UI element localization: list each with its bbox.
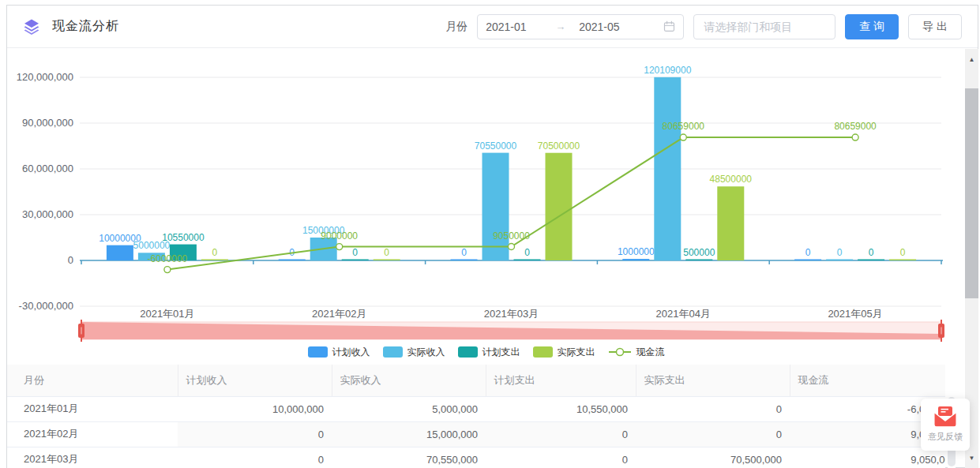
legend-label: 计划支出 [482, 346, 520, 359]
date-end-value[interactable]: 2021-05 [579, 21, 663, 33]
line-point-marker[interactable] [336, 244, 343, 250]
bar-实际支出[interactable] [546, 153, 573, 260]
bar-value-label: 0 [461, 247, 467, 258]
table-cell: 10,550,000 [486, 396, 636, 421]
bar-计划支出[interactable] [514, 260, 541, 261]
table-cell: 15,000,000 [332, 421, 486, 447]
feedback-envelope-icon [933, 406, 957, 428]
bar-计划支出[interactable] [685, 260, 712, 261]
bar-value-label: 500000 [683, 247, 715, 258]
bar-value-label: 0 [384, 247, 389, 258]
bar-计划收入[interactable] [622, 259, 649, 260]
bar-value-label: 70500000 [538, 140, 580, 152]
date-range-arrow: → [555, 21, 579, 32]
cashflow-chart[interactable]: 120,000,00090,000,00060,000,00030,000,00… [7, 49, 965, 343]
bar-实际支出[interactable] [374, 260, 400, 261]
line-value-label: 9000000 [321, 230, 358, 241]
export-button[interactable]: 导 出 [908, 14, 962, 39]
legend-item-计划收入[interactable]: 计划收入 [308, 346, 370, 359]
cashflow-table: 月份计划收入实际收入计划支出实际支出现金流 2021年01月10,000,000… [7, 365, 945, 468]
bar-实际收入[interactable] [482, 153, 509, 260]
legend-item-实际支出[interactable]: 实际支出 [533, 346, 595, 359]
column-header: 月份 [7, 365, 178, 396]
y-axis-tick-label: -30,000,000 [19, 300, 73, 312]
line-point-marker[interactable] [852, 134, 858, 140]
toolbar-controls: 月份 2021-01 → 2021-05 查 询 导 出 [445, 14, 962, 39]
scroll-up-arrow-icon[interactable]: ▲ [965, 49, 978, 69]
calendar-icon[interactable] [663, 21, 675, 32]
x-axis-category-label: 2021年01月 [140, 308, 194, 320]
scroll-down-arrow-icon[interactable]: ▼ [965, 447, 978, 468]
table-cell: 2021年02月 [7, 421, 178, 447]
bar-value-label: 70550000 [475, 140, 517, 152]
topbar: 现金流分析 月份 2021-01 → 2021-05 查 询 导 出 [7, 6, 978, 48]
bar-实际支出[interactable] [889, 260, 916, 261]
legend-item-计划支出[interactable]: 计划支出 [458, 346, 520, 359]
x-axis-category-label: 2021年05月 [828, 308, 882, 320]
bar-计划收入[interactable] [279, 260, 306, 261]
line-value-label: 9050000 [493, 230, 530, 241]
date-start-value[interactable]: 2021-01 [486, 21, 555, 33]
line-value-label: 80659000 [834, 121, 877, 132]
legend-label: 实际收入 [407, 346, 445, 359]
layers-icon [23, 18, 40, 36]
query-button[interactable]: 查 询 [845, 14, 899, 39]
bar-计划收入[interactable] [107, 245, 133, 260]
bar-value-label: 0 [352, 247, 358, 258]
bar-value-label: 120109000 [644, 65, 691, 76]
column-header: 计划收入 [178, 365, 332, 396]
scrollbar-thumb[interactable] [965, 88, 978, 298]
legend-label: 计划收入 [332, 346, 370, 359]
table-cell: 70,500,000 [636, 447, 790, 468]
table-row: 2021年03月070,550,000070,500,0009,050,000 [7, 447, 945, 468]
bar-value-label: 1000000 [618, 246, 655, 257]
bar-value-label: 0 [212, 247, 218, 258]
table-cell: 9,050,000 [790, 447, 945, 468]
line-value-label: -6000000 [148, 253, 188, 264]
legend-swatch [308, 346, 328, 358]
legend-swatch [458, 346, 478, 358]
bar-计划支出[interactable] [342, 260, 369, 261]
bar-value-label: 0 [837, 247, 843, 258]
x-axis-category-label: 2021年03月 [484, 308, 539, 320]
feedback-label: 意见反馈 [928, 431, 963, 443]
legend-swatch [533, 346, 553, 358]
table-cell: 0 [178, 421, 332, 447]
table-cell: 5,000,000 [332, 396, 486, 421]
y-axis-tick-label: 120,000,000 [17, 71, 73, 83]
x-axis-category-label: 2021年02月 [312, 308, 366, 320]
column-header: 计划支出 [486, 365, 636, 396]
line-value-label: 80659000 [663, 121, 705, 132]
bar-实际支出[interactable] [201, 260, 228, 261]
bar-value-label: 0 [869, 247, 874, 258]
table-cell: 2021年01月 [7, 396, 178, 421]
legend-label: 实际支出 [558, 346, 595, 359]
feedback-button[interactable]: 意见反馈 [921, 399, 970, 451]
bar-计划收入[interactable] [451, 260, 478, 261]
bar-实际收入[interactable] [654, 77, 681, 260]
line-point-marker[interactable] [509, 244, 515, 250]
legend-item-现金流[interactable]: 现金流 [608, 346, 665, 359]
table-row: 2021年02月015,000,000009,000,000 [7, 421, 945, 447]
legend-item-实际收入[interactable]: 实际收入 [383, 346, 445, 359]
bar-value-label: 48500000 [710, 174, 753, 185]
bar-value-label: 0 [524, 247, 530, 258]
table-cell: 2021年03月 [7, 447, 178, 468]
legend-label: 现金流 [636, 346, 665, 359]
y-axis-tick-label: 0 [68, 254, 73, 266]
dept-project-input[interactable] [693, 14, 835, 39]
bar-value-label: 10550000 [162, 232, 205, 243]
table-cell: 0 [486, 447, 636, 468]
bar-value-label: 0 [900, 247, 906, 258]
y-axis-tick-label: 30,000,000 [22, 208, 73, 220]
date-range-picker[interactable]: 2021-01 → 2021-05 [477, 14, 684, 39]
table-cell: 0 [178, 447, 332, 468]
line-point-marker[interactable] [680, 134, 686, 140]
page-title: 现金流分析 [52, 18, 119, 35]
bar-计划支出[interactable] [858, 260, 884, 261]
bar-value-label: 0 [805, 247, 811, 258]
line-point-marker[interactable] [164, 267, 171, 273]
bar-实际收入[interactable] [826, 260, 853, 261]
bar-计划收入[interactable] [794, 260, 821, 261]
bar-实际支出[interactable] [717, 186, 744, 260]
